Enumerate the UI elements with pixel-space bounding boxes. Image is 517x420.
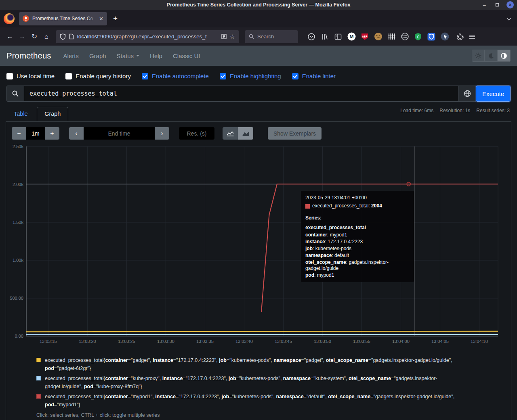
adblock-plus-icon[interactable]: ABP bbox=[360, 32, 369, 41]
stacked-chart-button[interactable] bbox=[238, 127, 253, 140]
theme-light-button[interactable] bbox=[472, 50, 485, 62]
reader-mode-icon[interactable] bbox=[221, 34, 227, 39]
time-back-button[interactable]: ‹ bbox=[69, 127, 84, 140]
brand[interactable]: Prometheus bbox=[6, 51, 51, 61]
new-tab-button[interactable]: + bbox=[113, 14, 118, 23]
prometheus-favicon bbox=[23, 15, 29, 22]
nav-link-classic-ui[interactable]: Classic UI bbox=[173, 52, 200, 59]
svg-text:500.00: 500.00 bbox=[10, 296, 23, 301]
svg-text:1.50k: 1.50k bbox=[13, 220, 23, 225]
menu-icon[interactable] bbox=[466, 31, 478, 43]
cursor-circle-icon[interactable] bbox=[440, 32, 449, 41]
tooltip-time: 2023-05-29 13:04:01 +00:00 bbox=[305, 194, 410, 201]
site-permissions-icon[interactable] bbox=[69, 33, 74, 40]
tab-graph[interactable]: Graph bbox=[37, 107, 68, 121]
reload-button[interactable]: ↻ bbox=[28, 31, 40, 43]
tooltip-value: executed_processes_total: 2004 bbox=[312, 203, 382, 209]
option-use-local-time[interactable]: Use local time bbox=[6, 73, 55, 79]
list-all-tabs-icon[interactable] bbox=[506, 15, 511, 22]
options-row: Use local timeEnable query historyEnable… bbox=[0, 66, 517, 79]
option-enable-linter[interactable]: Enable linter bbox=[292, 73, 336, 79]
range-input[interactable] bbox=[26, 127, 45, 140]
svg-text:13:04:00: 13:04:00 bbox=[392, 339, 410, 344]
legend-item[interactable]: executed_processes_total{container="gadg… bbox=[36, 356, 473, 372]
globe-icon bbox=[464, 90, 471, 97]
url-bar[interactable]: localhost:9090/graph?g0.expr=executed_pr… bbox=[56, 30, 239, 43]
pocket-icon[interactable] bbox=[307, 32, 316, 41]
range-group: − + bbox=[12, 127, 59, 140]
graph-canvas[interactable]: 0.00500.001.00k1.50k2.00k2.50k13:03:1513… bbox=[6, 144, 511, 346]
option-label: Enable autocomplete bbox=[152, 73, 209, 79]
m-circle-icon[interactable]: M bbox=[347, 32, 356, 41]
bookmark-star-icon[interactable]: ☆ bbox=[230, 33, 235, 40]
checkbox-checked-icon[interactable] bbox=[220, 73, 226, 79]
show-exemplars-button[interactable]: Show Exemplars bbox=[268, 127, 322, 140]
svg-text:13:03:20: 13:03:20 bbox=[79, 339, 96, 344]
range-increase-button[interactable]: + bbox=[45, 127, 59, 140]
option-enable-autocomplete[interactable]: Enable autocomplete bbox=[142, 73, 209, 79]
extensions-icon[interactable] bbox=[454, 31, 466, 43]
sidebar-icon[interactable] bbox=[334, 32, 343, 41]
checkbox-icon[interactable] bbox=[6, 73, 13, 79]
back-button[interactable]: ← bbox=[4, 31, 16, 43]
minimize-button[interactable]: – bbox=[481, 1, 488, 8]
firefox-logo-icon[interactable] bbox=[4, 13, 15, 24]
checkbox-icon[interactable] bbox=[65, 73, 72, 79]
option-label: Enable query history bbox=[76, 73, 131, 79]
checkbox-checked-icon[interactable] bbox=[292, 73, 298, 79]
legend-label: executed_processes_total{container="kube… bbox=[45, 374, 473, 391]
chevron-down-icon bbox=[136, 55, 139, 56]
nav-link-status[interactable]: Status bbox=[117, 52, 140, 59]
browser-tab[interactable]: Prometheus Time Series Co ✕ bbox=[19, 12, 107, 25]
legend-swatch bbox=[36, 394, 41, 399]
option-enable-query-history[interactable]: Enable query history bbox=[65, 73, 131, 79]
end-time-input[interactable] bbox=[84, 127, 155, 140]
library-icon[interactable] bbox=[320, 32, 329, 41]
circle-half-icon bbox=[501, 53, 507, 59]
time-forward-button[interactable]: › bbox=[155, 127, 169, 140]
globe-doodle-icon[interactable] bbox=[400, 32, 409, 41]
checkbox-checked-icon[interactable] bbox=[142, 73, 148, 79]
fence-icon[interactable] bbox=[387, 32, 396, 41]
nav-link-alerts[interactable]: Alerts bbox=[63, 52, 79, 59]
tooltip-series-heading: Series: bbox=[305, 215, 410, 221]
browser-toolbar: ← → ↻ ⌂ localhost:9090/graph?g0.expr=exe… bbox=[0, 27, 517, 46]
tab-table[interactable]: Table bbox=[6, 107, 35, 121]
search-bar[interactable]: Search bbox=[245, 30, 298, 43]
metrics-explorer-button[interactable] bbox=[458, 86, 476, 102]
execute-button[interactable]: Execute bbox=[476, 86, 511, 102]
theme-auto-button[interactable] bbox=[498, 50, 511, 62]
nav-link-graph[interactable]: Graph bbox=[89, 52, 106, 59]
svg-text:13:03:55: 13:03:55 bbox=[353, 339, 370, 344]
option-enable-highlighting[interactable]: Enable highlighting bbox=[220, 73, 281, 79]
legend-item[interactable]: executed_processes_total{container="mypo… bbox=[36, 393, 473, 409]
forward-button[interactable]: → bbox=[16, 31, 28, 43]
tracking-protection-shield-icon[interactable] bbox=[60, 33, 66, 40]
query-input[interactable] bbox=[24, 86, 458, 102]
cookie-icon[interactable] bbox=[374, 32, 382, 41]
option-label: Use local time bbox=[17, 73, 55, 79]
endtime-group: ‹ › bbox=[69, 127, 169, 140]
legend-item[interactable]: executed_processes_total{container="kube… bbox=[36, 374, 473, 391]
close-button[interactable]: × bbox=[506, 1, 514, 8]
maximize-button[interactable] bbox=[494, 1, 501, 8]
resolution-input[interactable] bbox=[179, 127, 214, 140]
tab-close-icon[interactable]: ✕ bbox=[99, 16, 103, 22]
line-chart-button[interactable] bbox=[223, 127, 238, 140]
nav-link-help[interactable]: Help bbox=[150, 52, 162, 59]
theme-dark-button[interactable] bbox=[485, 50, 498, 62]
search-icon bbox=[12, 90, 19, 97]
query-search-addon bbox=[6, 86, 24, 102]
legend-label: executed_processes_total{container="mypo… bbox=[45, 393, 473, 409]
graph-tooltip: 2023-05-29 13:04:01 +00:00 executed_proc… bbox=[301, 191, 414, 282]
range-decrease-button[interactable]: − bbox=[12, 127, 26, 140]
tab-title: Prometheus Time Series Co bbox=[32, 16, 96, 21]
window-titlebar: Prometheus Time Series Collection and Pr… bbox=[0, 0, 517, 10]
bitwarden-icon[interactable] bbox=[427, 32, 436, 41]
green-shield-icon[interactable]: £ bbox=[414, 32, 422, 41]
home-button[interactable]: ⌂ bbox=[40, 31, 53, 43]
search-placeholder: Search bbox=[257, 33, 274, 40]
url-text: localhost:9090/graph?g0.expr=executed_pr… bbox=[77, 33, 218, 40]
panel-tabs: Table Graph Load time: 6ms Resolution: 1… bbox=[6, 107, 511, 121]
legend-label: executed_processes_total{container="gadg… bbox=[45, 356, 473, 372]
